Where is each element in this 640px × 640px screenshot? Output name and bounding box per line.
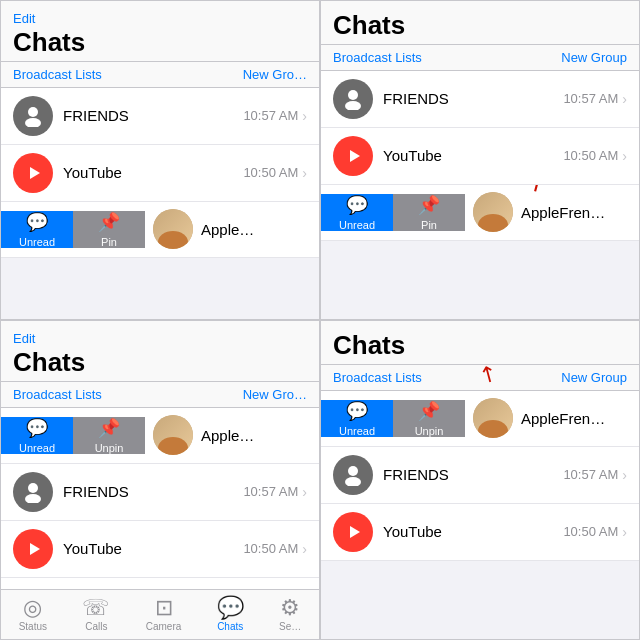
unread-action-p2[interactable]: 💬 Unread: [321, 194, 393, 231]
tab-chats[interactable]: 💬 Chats: [217, 597, 244, 632]
panel-top-left: Edit Chats Broadcast Lists New Gro… FRIE…: [0, 0, 320, 320]
unread-icon-p3: 💬: [26, 417, 48, 439]
panel1-header: Edit Chats: [1, 1, 319, 62]
tab-calls-label: Calls: [85, 621, 107, 632]
svg-point-9: [348, 466, 358, 476]
unread-action-p4[interactable]: 💬 Unread: [321, 400, 393, 437]
tab-camera-label: Camera: [146, 621, 182, 632]
apple-name-p4: AppleFren…: [521, 410, 605, 427]
unpin-action-p3[interactable]: 📌 Unpin: [73, 417, 145, 454]
chats-icon: 💬: [217, 597, 244, 619]
chat-info-youtube-p3: YouTube: [63, 540, 237, 558]
avatar-youtube-p2: [333, 136, 373, 176]
panel2-subrow: Broadcast Lists New Group: [321, 45, 639, 71]
status-icon: ◎: [23, 597, 42, 619]
panel1-broadcast[interactable]: Broadcast Lists: [13, 67, 102, 82]
chat-info-friends-p2: FRIENDS: [383, 90, 557, 108]
panel2-title: Chats: [333, 11, 627, 40]
panel2-newgroup[interactable]: New Group: [561, 50, 627, 65]
chat-name-friends: FRIENDS: [63, 107, 129, 124]
panel3-newgroup[interactable]: New Gro…: [243, 387, 307, 402]
chat-name-youtube: YouTube: [63, 164, 122, 181]
chat-time-youtube-p3: 10:50 AM: [237, 541, 298, 556]
chat-item-friends-p4[interactable]: FRIENDS 10:57 AM ›: [321, 447, 639, 504]
panel1-subrow: Broadcast Lists New Gro…: [1, 62, 319, 88]
chat-time-youtube-p2: 10:50 AM: [557, 148, 618, 163]
svg-marker-5: [350, 150, 360, 162]
panel-bottom-left: Edit Chats Broadcast Lists New Gro… 💬 Un…: [0, 320, 320, 640]
svg-point-1: [25, 118, 41, 127]
chevron-friends-p2: ›: [622, 91, 627, 107]
swipe-row-p3: 💬 Unread 📌 Unpin Apple…: [1, 408, 319, 464]
panel3-subrow: Broadcast Lists New Gro…: [1, 382, 319, 408]
pin-icon-p1: 📌: [98, 211, 120, 233]
apple-name-p2: AppleFren…: [521, 204, 605, 221]
tab-status[interactable]: ◎ Status: [19, 597, 47, 632]
chat-name-friends-p3: FRIENDS: [63, 483, 129, 500]
avatar-youtube: [13, 153, 53, 193]
chat-info-youtube-p2: YouTube: [383, 147, 557, 165]
tab-settings[interactable]: ⚙ Se…: [279, 597, 301, 632]
settings-icon: ⚙: [280, 597, 300, 619]
chat-name-youtube-p3: YouTube: [63, 540, 122, 557]
chevron-youtube-p4: ›: [622, 524, 627, 540]
chat-time-friends-p3: 10:57 AM: [237, 484, 298, 499]
swipe-row-p4: 💬 Unread 📌 Unpin AppleFren…: [321, 391, 639, 447]
chat-item-youtube[interactable]: YouTube 10:50 AM ›: [1, 145, 319, 202]
svg-point-3: [348, 90, 358, 100]
chat-name-friends-p2: FRIENDS: [383, 90, 449, 107]
panel1-edit[interactable]: Edit: [13, 11, 307, 26]
panel4-broadcast[interactable]: Broadcast Lists: [333, 370, 422, 385]
chevron-youtube-p2: ›: [622, 148, 627, 164]
panel4-newgroup[interactable]: New Group: [561, 370, 627, 385]
chat-time-friends: 10:57 AM: [237, 108, 298, 123]
chat-item-youtube-p4[interactable]: YouTube 10:50 AM ›: [321, 504, 639, 561]
tab-camera[interactable]: ⊡ Camera: [146, 597, 182, 632]
panel4-header: Chats: [321, 321, 639, 365]
panel1-newgroup[interactable]: New Gro…: [243, 67, 307, 82]
unread-label-p1: Unread: [19, 236, 55, 248]
unpin-icon-p4: 📌: [418, 400, 440, 422]
avatar-apple-p1: [153, 209, 193, 249]
panel2-broadcast[interactable]: Broadcast Lists: [333, 50, 422, 65]
unpin-action-p4[interactable]: 📌 Unpin: [393, 400, 465, 437]
chat-info-friends: FRIENDS: [63, 107, 237, 125]
chat-item-friends-p2[interactable]: FRIENDS 10:57 AM ›: [321, 71, 639, 128]
unread-label-p4: Unread: [339, 425, 375, 437]
panel3-edit[interactable]: Edit: [13, 331, 307, 346]
chevron-friends-p3: ›: [302, 484, 307, 500]
avatar-friends: [13, 96, 53, 136]
unread-label-p3: Unread: [19, 442, 55, 454]
unread-icon-p1: 💬: [26, 211, 48, 233]
pin-action-p2[interactable]: 📌 Pin: [393, 194, 465, 231]
svg-point-6: [28, 483, 38, 493]
chat-time-friends-p2: 10:57 AM: [557, 91, 618, 106]
apple-name-p1: Apple…: [201, 221, 254, 238]
chat-item-youtube-p3[interactable]: YouTube 10:50 AM ›: [1, 521, 319, 578]
chat-time-youtube-p4: 10:50 AM: [557, 524, 618, 539]
avatar-youtube-p3: [13, 529, 53, 569]
unread-icon-p4: 💬: [346, 400, 368, 422]
panel4-content: 💬 Unread 📌 Unpin AppleFren…: [321, 391, 639, 639]
svg-marker-2: [30, 167, 40, 179]
swipe-row-p1: 💬 Unread 📌 Pin Apple…: [1, 202, 319, 258]
chevron-youtube-p3: ›: [302, 541, 307, 557]
pin-action-p1[interactable]: 📌 Pin: [73, 211, 145, 248]
avatar-friends-p2: [333, 79, 373, 119]
panel2-content: FRIENDS 10:57 AM › YouTube 10:50 AM ›: [321, 71, 639, 319]
unread-action-p1[interactable]: 💬 Unread: [1, 211, 73, 248]
tab-calls[interactable]: ☏ Calls: [82, 597, 110, 632]
tab-chats-label: Chats: [217, 621, 243, 632]
svg-point-0: [28, 107, 38, 117]
unread-action-p3[interactable]: 💬 Unread: [1, 417, 73, 454]
tab-status-label: Status: [19, 621, 47, 632]
swipe-row-p2: ↙ 💬 Unread 📌 Pin AppleFren…: [321, 185, 639, 241]
chat-item-friends[interactable]: FRIENDS 10:57 AM ›: [1, 88, 319, 145]
avatar-apple-p3: [153, 415, 193, 455]
chat-item-youtube-p2[interactable]: YouTube 10:50 AM ›: [321, 128, 639, 185]
panel3-broadcast[interactable]: Broadcast Lists: [13, 387, 102, 402]
chat-item-friends-p3[interactable]: FRIENDS 10:57 AM ›: [1, 464, 319, 521]
chat-info-friends-p4: FRIENDS: [383, 466, 557, 484]
avatar-apple-p4: [473, 398, 513, 438]
unread-label-p2: Unread: [339, 219, 375, 231]
